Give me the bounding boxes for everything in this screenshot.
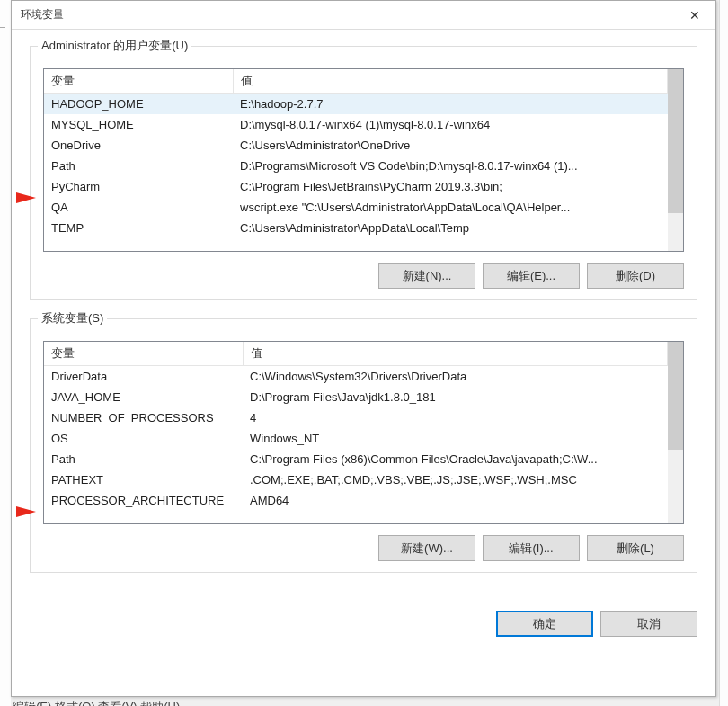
table-row[interactable]: PathD:\Programs\Microsoft VS Code\bin;D:… <box>44 156 668 176</box>
var-name-cell: Path <box>44 156 233 176</box>
right-edge-background <box>719 0 728 706</box>
var-value-cell: D:\Program Files\Java\jdk1.8.0_181 <box>243 387 668 407</box>
var-name-cell: PyCharm <box>44 176 233 197</box>
table-row[interactable]: PATHEXT.COM;.EXE;.BAT;.CMD;.VBS;.VBE;.JS… <box>44 469 668 490</box>
var-name-cell: MYSQL_HOME <box>44 114 233 135</box>
dialog-footer: 确定 取消 <box>12 603 715 637</box>
table-row[interactable]: JAVA_HOMED:\Program Files\Java\jdk1.8.0_… <box>44 387 668 407</box>
dialog-title: 环境变量 <box>21 7 64 22</box>
system-scrollbar[interactable] <box>668 342 683 523</box>
var-value-cell: D:\Programs\Microsoft VS Code\bin;D:\mys… <box>233 156 668 176</box>
table-row[interactable]: HADOOP_HOMEE:\hadoop-2.7.7 <box>44 94 668 114</box>
user-vars-table: 变量 值 HADOOP_HOMEE:\hadoop-2.7.7MYSQL_HOM… <box>44 69 668 238</box>
titlebar[interactable]: 环境变量 ✕ <box>12 1 715 30</box>
dialog-body: Administrator 的用户变量(U) 变量 值 HAD <box>12 30 715 603</box>
table-row[interactable]: TEMPC:\Users\Administrator\AppData\Local… <box>44 218 668 238</box>
col-header-value[interactable]: 值 <box>243 342 668 366</box>
var-name-cell: NUMBER_OF_PROCESSORS <box>44 407 243 428</box>
table-row[interactable]: OSWindows_NT <box>44 428 668 449</box>
user-edit-button[interactable]: 编辑(E)... <box>483 263 580 289</box>
col-header-variable[interactable]: 变量 <box>44 69 233 94</box>
var-value-cell: wscript.exe "C:\Users\Administrator\AppD… <box>233 197 668 218</box>
system-vars-table: 变量 值 DriverDataC:\Windows\System32\Drive… <box>44 342 668 511</box>
table-row[interactable]: PathC:\Program Files (x86)\Common Files\… <box>44 449 668 469</box>
table-row[interactable]: PyCharmC:\Program Files\JetBrains\PyChar… <box>44 176 668 197</box>
scroll-thumb[interactable] <box>668 69 683 213</box>
system-edit-button[interactable]: 编辑(I)... <box>483 535 580 561</box>
table-row[interactable]: MYSQL_HOMED:\mysql-8.0.17-winx64 (1)\mys… <box>44 114 668 135</box>
user-new-button[interactable]: 新建(N)... <box>378 263 475 289</box>
table-row[interactable]: QAwscript.exe "C:\Users\Administrator\Ap… <box>44 197 668 218</box>
background-menu-text: 编辑(E) 格式(O) 查看(V) 帮助(H) <box>13 699 180 706</box>
table-row[interactable]: DriverDataC:\Windows\System32\Drivers\Dr… <box>44 366 668 387</box>
var-name-cell: HADOOP_HOME <box>44 94 233 114</box>
var-name-cell: Path <box>44 449 243 469</box>
var-value-cell: 4 <box>243 407 668 428</box>
var-name-cell: DriverData <box>44 366 243 387</box>
annotation-arrow-icon <box>16 192 36 203</box>
ok-button[interactable]: 确定 <box>496 611 593 637</box>
system-vars-list[interactable]: 变量 值 DriverDataC:\Windows\System32\Drive… <box>43 341 684 524</box>
col-header-value[interactable]: 值 <box>233 69 668 94</box>
system-button-row: 新建(W)... 编辑(I)... 删除(L) <box>43 535 684 561</box>
user-delete-button[interactable]: 删除(D) <box>587 263 684 289</box>
var-value-cell: Windows_NT <box>243 428 668 449</box>
table-row[interactable]: PROCESSOR_ARCHITECTUREAMD64 <box>44 490 668 511</box>
var-value-cell: C:\Program Files (x86)\Common Files\Orac… <box>243 449 668 469</box>
system-vars-groupbox: 系统变量(S) 变量 值 DriverDataC:\Windo <box>30 318 697 573</box>
user-vars-list[interactable]: 变量 值 HADOOP_HOMEE:\hadoop-2.7.7MYSQL_HOM… <box>43 68 684 252</box>
var-value-cell: C:\Windows\System32\Drivers\DriverData <box>243 366 668 387</box>
col-header-variable[interactable]: 变量 <box>44 342 243 366</box>
var-name-cell: JAVA_HOME <box>44 387 243 407</box>
scroll-thumb[interactable] <box>668 342 683 450</box>
var-value-cell: C:\Users\Administrator\OneDrive <box>233 135 668 156</box>
var-name-cell: OneDrive <box>44 135 233 156</box>
var-name-cell: QA <box>44 197 233 218</box>
user-scrollbar[interactable] <box>668 69 683 251</box>
table-row[interactable]: OneDriveC:\Users\Administrator\OneDrive <box>44 135 668 156</box>
var-value-cell: C:\Program Files\JetBrains\PyCharm 2019.… <box>233 176 668 197</box>
user-vars-groupbox: Administrator 的用户变量(U) 变量 值 HAD <box>30 46 697 300</box>
left-edge-background <box>0 0 11 706</box>
system-delete-button[interactable]: 删除(L) <box>587 535 684 561</box>
cancel-button[interactable]: 取消 <box>600 611 697 637</box>
env-vars-dialog: 环境变量 ✕ Administrator 的用户变量(U) 变量 <box>11 0 716 697</box>
user-vars-label: Administrator 的用户变量(U) <box>38 38 191 54</box>
var-name-cell: PATHEXT <box>44 469 243 490</box>
var-value-cell: E:\hadoop-2.7.7 <box>233 94 668 114</box>
table-row[interactable]: NUMBER_OF_PROCESSORS4 <box>44 407 668 428</box>
var-value-cell: .COM;.EXE;.BAT;.CMD;.VBS;.VBE;.JS;.JSE;.… <box>243 469 668 490</box>
var-value-cell: AMD64 <box>243 490 668 511</box>
close-button[interactable]: ✕ <box>674 1 715 30</box>
var-name-cell: OS <box>44 428 243 449</box>
annotation-arrow-icon <box>16 506 36 517</box>
var-value-cell: C:\Users\Administrator\AppData\Local\Tem… <box>233 218 668 238</box>
var-value-cell: D:\mysql-8.0.17-winx64 (1)\mysql-8.0.17-… <box>233 114 668 135</box>
system-vars-label: 系统变量(S) <box>38 310 107 326</box>
system-new-button[interactable]: 新建(W)... <box>378 535 475 561</box>
user-button-row: 新建(N)... 编辑(E)... 删除(D) <box>43 263 684 289</box>
var-name-cell: PROCESSOR_ARCHITECTURE <box>44 490 243 511</box>
close-icon: ✕ <box>689 8 700 22</box>
var-name-cell: TEMP <box>44 218 233 238</box>
